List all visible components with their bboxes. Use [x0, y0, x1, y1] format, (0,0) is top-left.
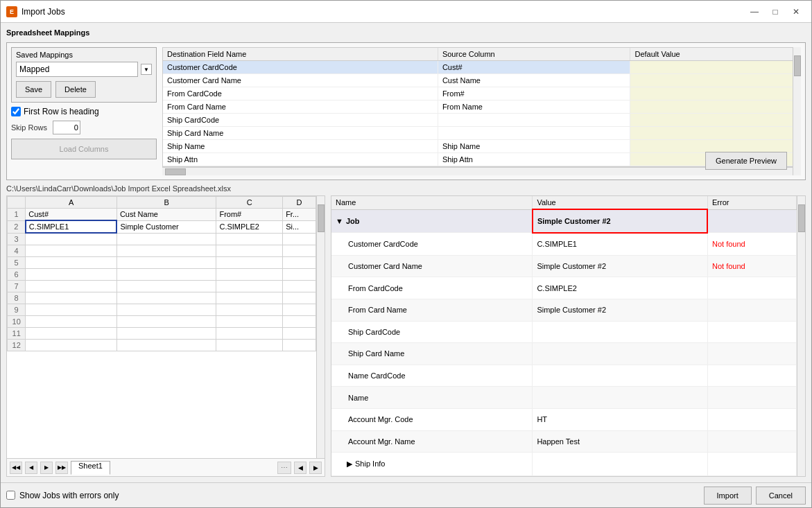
sp-cell-d2[interactable]: Si...	[283, 220, 316, 233]
sp-cell-c5[interactable]	[216, 256, 283, 268]
sheet-scroll-left[interactable]: ◀	[294, 462, 306, 474]
sp-cell-a2[interactable]: C.SIMPLE1	[26, 220, 117, 233]
prev-sheet-button[interactable]: ◀	[25, 462, 37, 474]
mapping-src[interactable]	[438, 127, 630, 140]
sp-cell-b1[interactable]: Cust Name	[116, 209, 216, 221]
sp-cell-b5[interactable]	[116, 256, 216, 268]
sp-cell-d1[interactable]: Fr...	[283, 209, 316, 221]
mapping-row[interactable]: From CardCode	[163, 87, 438, 100]
sp-cell-b6[interactable]	[116, 268, 216, 280]
mapping-default[interactable]	[630, 100, 800, 114]
first-sheet-button[interactable]: ◀◀	[10, 462, 22, 474]
mapping-src[interactable]: From Name	[438, 100, 630, 114]
cancel-button[interactable]: Cancel	[756, 487, 806, 505]
show-errors-checkbox[interactable]	[6, 491, 15, 500]
sp-cell-c8[interactable]	[216, 292, 283, 304]
sp-cell-a3[interactable]	[26, 233, 117, 245]
sp-cell-d7[interactable]	[283, 280, 316, 292]
mapping-row[interactable]: Customer Card Name	[163, 74, 438, 87]
preview-table-container[interactable]: Name Value Error ▼JobSimple Customer #2C…	[331, 196, 805, 476]
mapping-row[interactable]: Ship Card Name	[163, 127, 438, 140]
sp-cell-a6[interactable]	[26, 268, 117, 280]
sp-v-scrollbar[interactable]	[316, 196, 325, 458]
sp-cell-b10[interactable]	[116, 315, 216, 327]
last-sheet-button[interactable]: ▶▶	[55, 462, 68, 474]
mapping-scrollbar[interactable]	[793, 47, 801, 175]
mapping-src[interactable]: Cust Name	[438, 74, 630, 87]
sp-cell-a1[interactable]: Cust#	[26, 209, 117, 221]
mapping-src[interactable]: Cust#	[438, 61, 630, 74]
sp-cell-c6[interactable]	[216, 268, 283, 280]
sp-cell-d12[interactable]	[283, 339, 316, 351]
sp-cell-a12[interactable]	[26, 339, 117, 351]
sheet-scroll-right[interactable]: ▶	[309, 462, 322, 474]
sp-cell-c11[interactable]	[216, 327, 283, 339]
mapping-table-container[interactable]: Destination Field Name Source Column Def…	[162, 47, 801, 167]
mapping-default[interactable]	[630, 74, 800, 87]
sp-cell-a8[interactable]	[26, 292, 117, 304]
spreadsheet-grid[interactable]: A B C D 1Cust#Cust NameFrom#Fr...2C.SIMP…	[7, 196, 316, 458]
sp-cell-a9[interactable]	[26, 304, 117, 315]
sp-cell-a11[interactable]	[26, 327, 117, 339]
save-button[interactable]: Save	[16, 81, 51, 98]
sp-cell-c3[interactable]	[216, 233, 283, 245]
sp-cell-c2[interactable]: C.SIMPLE2	[216, 220, 283, 233]
mapping-default[interactable]	[630, 61, 800, 74]
sp-cell-c10[interactable]	[216, 315, 283, 327]
sp-cell-d3[interactable]	[283, 233, 316, 245]
mapping-src[interactable]	[438, 114, 630, 127]
close-button[interactable]: ✕	[786, 3, 806, 20]
sp-cell-a5[interactable]	[26, 256, 117, 268]
mapping-row[interactable]: Ship CardCode	[163, 114, 438, 127]
sp-cell-b7[interactable]	[116, 280, 216, 292]
mapping-default[interactable]	[630, 140, 800, 153]
sp-cell-d8[interactable]	[283, 292, 316, 304]
sp-cell-a4[interactable]	[26, 245, 117, 256]
dropdown-arrow-icon[interactable]: ▼	[141, 64, 152, 75]
saved-mappings-dropdown[interactable]: Mapped	[16, 62, 138, 77]
mapping-row[interactable]: From Card Name	[163, 100, 438, 114]
sp-cell-d9[interactable]	[283, 304, 316, 315]
import-button[interactable]: Import	[704, 487, 752, 505]
delete-button[interactable]: Delete	[55, 81, 96, 98]
mapping-row[interactable]: Ship Attn	[163, 153, 438, 166]
minimize-button[interactable]: —	[745, 3, 764, 20]
sp-cell-c9[interactable]	[216, 304, 283, 315]
sp-cell-c12[interactable]	[216, 339, 283, 351]
first-row-heading-checkbox[interactable]	[11, 107, 21, 116]
sp-cell-d6[interactable]	[283, 268, 316, 280]
mapping-src[interactable]: Ship Attn	[438, 153, 630, 166]
mapping-src[interactable]: Ship Name	[438, 140, 630, 153]
more-options-button[interactable]: ⋯	[277, 462, 291, 474]
sp-cell-d5[interactable]	[283, 256, 316, 268]
mapping-default[interactable]	[630, 127, 800, 140]
sp-cell-c7[interactable]	[216, 280, 283, 292]
sp-cell-a7[interactable]	[26, 280, 117, 292]
mapping-src[interactable]: From#	[438, 87, 630, 100]
sp-cell-d11[interactable]	[283, 327, 316, 339]
sp-cell-b3[interactable]	[116, 233, 216, 245]
sp-cell-c4[interactable]	[216, 245, 283, 256]
sp-cell-b12[interactable]	[116, 339, 216, 351]
sp-cell-b2[interactable]: Simple Customer	[116, 220, 216, 233]
preview-v-scrollbar[interactable]	[797, 196, 805, 476]
mapping-row[interactable]: Customer CardCode	[163, 61, 438, 74]
sp-cell-b4[interactable]	[116, 245, 216, 256]
next-sheet-button[interactable]: ▶	[40, 462, 53, 474]
sp-row-num: 10	[8, 315, 26, 327]
sp-cell-b8[interactable]	[116, 292, 216, 304]
preview-row: Name CardCode	[331, 365, 797, 387]
sp-cell-a10[interactable]	[26, 315, 117, 327]
generate-preview-button[interactable]: Generate Preview	[705, 152, 787, 170]
mapping-default[interactable]	[630, 87, 800, 100]
mapping-row[interactable]: Ship Name	[163, 140, 438, 153]
skip-rows-input[interactable]	[53, 121, 80, 134]
maximize-button[interactable]: □	[766, 3, 785, 20]
sp-cell-b11[interactable]	[116, 327, 216, 339]
mapping-default[interactable]	[630, 114, 800, 127]
sp-cell-c1[interactable]: From#	[216, 209, 283, 221]
sp-cell-d4[interactable]	[283, 245, 316, 256]
sp-cell-d10[interactable]	[283, 315, 316, 327]
sp-cell-b9[interactable]	[116, 304, 216, 315]
sheet1-tab[interactable]: Sheet1	[71, 461, 110, 475]
